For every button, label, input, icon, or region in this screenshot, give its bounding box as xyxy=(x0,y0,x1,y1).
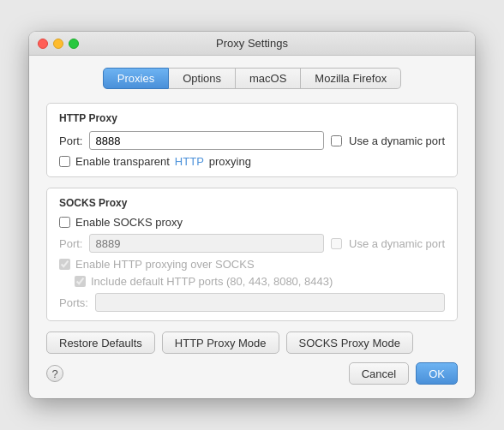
http-proxy-section: HTTP Proxy Port: Use a dynamic port Enab… xyxy=(46,103,458,177)
proxying-label: proxying xyxy=(209,155,251,168)
help-button[interactable]: ? xyxy=(46,365,63,382)
socks-enable-row: Enable SOCKS proxy xyxy=(59,216,445,229)
http-dynamic-port-checkbox[interactable] xyxy=(331,135,342,146)
socks-port-label: Port: xyxy=(59,237,82,250)
socks-extra-ports-row: Ports: xyxy=(59,293,445,312)
http-port-input[interactable] xyxy=(89,131,324,150)
maximize-button[interactable] xyxy=(69,39,79,49)
http-link-label: HTTP xyxy=(175,155,204,168)
ok-button[interactable]: OK xyxy=(416,362,458,385)
socks-include-ports-row: Include default HTTP ports (80, 443, 808… xyxy=(59,275,445,288)
enable-transparent-label: Enable transparent xyxy=(75,155,170,168)
http-proxy-title: HTTP Proxy xyxy=(59,112,445,124)
socks-http-checkbox[interactable] xyxy=(59,259,70,270)
socks-enable-checkbox[interactable] xyxy=(59,217,70,228)
close-button[interactable] xyxy=(38,39,48,49)
http-proxy-mode-button[interactable]: HTTP Proxy Mode xyxy=(162,331,279,354)
socks-dynamic-port-checkbox[interactable] xyxy=(331,238,342,249)
minimize-button[interactable] xyxy=(53,39,63,49)
socks-ports-input[interactable] xyxy=(95,293,445,312)
titlebar: Proxy Settings xyxy=(29,32,475,56)
socks-http-row: Enable HTTP proxying over SOCKS xyxy=(59,258,445,271)
footer-buttons-row: Restore Defaults HTTP Proxy Mode SOCKS P… xyxy=(46,331,458,354)
traffic-lights xyxy=(38,39,79,49)
http-port-label: Port: xyxy=(59,134,82,147)
tab-options[interactable]: Options xyxy=(169,68,236,89)
http-dynamic-port-label: Use a dynamic port xyxy=(349,134,445,147)
socks-ports-label: Ports: xyxy=(59,296,88,309)
socks-include-ports-label: Include default HTTP ports (80, 443, 808… xyxy=(91,275,333,288)
socks-include-ports-checkbox[interactable] xyxy=(75,276,86,287)
http-port-row: Port: Use a dynamic port xyxy=(59,131,445,150)
window-title: Proxy Settings xyxy=(216,37,288,50)
socks-port-row: Port: Use a dynamic port xyxy=(59,234,445,253)
socks-port-input[interactable] xyxy=(89,234,324,253)
http-transparent-checkbox[interactable] xyxy=(59,156,70,167)
restore-defaults-button[interactable]: Restore Defaults xyxy=(46,331,155,354)
cancel-button[interactable]: Cancel xyxy=(349,362,409,385)
tab-firefox[interactable]: Mozilla Firefox xyxy=(301,68,401,89)
socks-dynamic-port-label: Use a dynamic port xyxy=(349,237,445,250)
socks-enable-label: Enable SOCKS proxy xyxy=(75,216,183,229)
proxy-settings-window: Proxy Settings Proxies Options macOS Moz… xyxy=(29,32,475,398)
http-transparent-row: Enable transparent HTTP proxying xyxy=(59,155,445,168)
socks-proxy-section: SOCKS Proxy Enable SOCKS proxy Port: Use… xyxy=(46,188,458,321)
tab-macos[interactable]: macOS xyxy=(236,68,301,89)
action-buttons: Cancel OK xyxy=(349,362,458,385)
socks-proxy-title: SOCKS Proxy xyxy=(59,197,445,209)
tab-proxies[interactable]: Proxies xyxy=(103,68,169,89)
socks-http-label: Enable HTTP proxying over SOCKS xyxy=(75,258,255,271)
socks-proxy-mode-button[interactable]: SOCKS Proxy Mode xyxy=(286,331,414,354)
tab-bar: Proxies Options macOS Mozilla Firefox xyxy=(46,68,458,89)
main-content: Proxies Options macOS Mozilla Firefox HT… xyxy=(29,56,475,398)
bottom-row: ? Cancel OK xyxy=(46,362,458,385)
